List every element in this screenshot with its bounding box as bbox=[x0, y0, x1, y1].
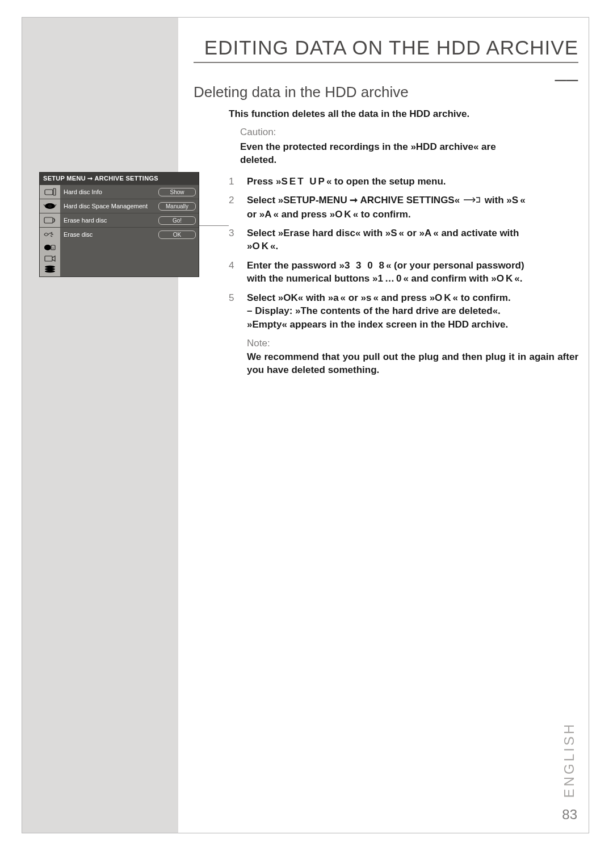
t: OK bbox=[335, 209, 353, 220]
t: « bbox=[520, 195, 525, 206]
step-number: 4 bbox=[229, 259, 234, 272]
note-text: We recommend that you pull out the plug … bbox=[247, 350, 578, 377]
t: or » bbox=[247, 209, 264, 220]
t: « (or your personal password) bbox=[386, 260, 524, 271]
t: «. bbox=[514, 273, 522, 284]
step-1: 1 Press »SET UP« to open the setup menu. bbox=[229, 175, 578, 188]
disc-stack-icon bbox=[43, 265, 57, 275]
t: « and confirm with » bbox=[403, 273, 496, 284]
t: «. bbox=[270, 241, 278, 251]
menu-filler: 1 bbox=[40, 241, 199, 276]
menu-row-value: Manually bbox=[158, 202, 196, 211]
screenshot-menu: SETUP MENU ➞ ARCHIVE SETTINGS Hard disc … bbox=[39, 172, 199, 277]
svg-rect-8 bbox=[45, 256, 52, 261]
t: OK bbox=[252, 241, 270, 251]
step-2: 2 Select »SETUP-MENU ➞ ARCHIVE SETTINGS«… bbox=[229, 194, 578, 221]
steps-list: 1 Press »SET UP« to open the setup menu.… bbox=[229, 175, 578, 331]
note-label: Note: bbox=[247, 337, 578, 350]
t: – Display: »The contents of the hard dri… bbox=[247, 305, 501, 316]
connector-line bbox=[199, 225, 229, 226]
t: Select »Erase hard disc« with » bbox=[247, 228, 391, 238]
svg-point-10 bbox=[45, 267, 55, 270]
t: « to confirm. bbox=[353, 209, 411, 220]
t: S bbox=[512, 195, 520, 206]
t: « or » bbox=[341, 292, 366, 303]
caution-line-2: deleted. bbox=[240, 154, 276, 165]
svg-point-2 bbox=[45, 203, 55, 209]
t: SET UP bbox=[282, 176, 326, 187]
intro-text: This function deletes all the data in th… bbox=[229, 107, 578, 120]
caution-text: Even the protected recordings in the »HD… bbox=[240, 140, 578, 167]
step-3: 3 Select »Erase hard disc« with »S« or »… bbox=[229, 227, 578, 253]
menu-row: Erase disc OK bbox=[40, 227, 199, 241]
step-5: 5 Select »OK« with »a« or »s« and press … bbox=[229, 291, 578, 331]
menu-row: Hard disc Space Management Manually bbox=[40, 199, 199, 213]
menu-row-label: Erase disc bbox=[60, 229, 158, 240]
menu-row-label: Hard disc Info bbox=[60, 187, 158, 197]
left-gray-column bbox=[22, 18, 178, 833]
t: Select »OK« with » bbox=[247, 292, 333, 303]
t: »Empty« appears in the index screen in t… bbox=[247, 319, 508, 330]
t: « and press » bbox=[373, 292, 435, 303]
right-hand-icon bbox=[463, 194, 482, 207]
svg-rect-0 bbox=[45, 190, 53, 195]
svg-text:1: 1 bbox=[52, 246, 54, 250]
step-number: 2 bbox=[229, 194, 234, 207]
camera-icon bbox=[43, 254, 57, 264]
page-number: 83 bbox=[562, 807, 577, 823]
menu-row-label: Erase hard disc bbox=[60, 215, 158, 225]
step-4: 4 Enter the password »3 3 0 8« (or your … bbox=[229, 259, 578, 286]
menu-row: Hard disc Info Show bbox=[40, 184, 199, 199]
t: « and activate with bbox=[433, 228, 519, 238]
t: 1…0 bbox=[377, 273, 403, 284]
erase-hd-icon bbox=[40, 213, 60, 227]
svg-rect-4 bbox=[44, 217, 53, 223]
caution-label: Caution: bbox=[240, 125, 578, 139]
space-icon bbox=[40, 199, 60, 213]
t: 3 3 0 8 bbox=[345, 260, 386, 271]
svg-point-5 bbox=[44, 245, 51, 250]
svg-point-9 bbox=[45, 265, 55, 267]
t: « or » bbox=[399, 228, 425, 238]
menu-header: SETUP MENU ➞ ARCHIVE SETTINGS bbox=[40, 173, 199, 184]
t: s bbox=[366, 292, 373, 303]
svg-point-11 bbox=[45, 270, 55, 272]
body-text: This function deletes all the data in th… bbox=[229, 107, 578, 376]
menu-row: Erase hard disc Go! bbox=[40, 213, 199, 227]
calendar-icon: 1 bbox=[43, 243, 57, 253]
t: OK bbox=[497, 273, 515, 284]
t: « and press » bbox=[273, 209, 335, 220]
t: S bbox=[391, 228, 398, 238]
section-subtitle: Deleting data in the HDD archive bbox=[194, 83, 409, 101]
t: « to confirm. bbox=[453, 292, 511, 303]
menu-row-value: OK bbox=[158, 230, 196, 239]
menu-row-value: Go! bbox=[158, 216, 196, 225]
erase-d-icon bbox=[40, 228, 60, 241]
t: « to open the setup menu. bbox=[326, 176, 446, 187]
hdd-info-icon bbox=[40, 185, 60, 199]
t: with the numerical buttons » bbox=[247, 273, 377, 284]
t: Press » bbox=[247, 176, 282, 187]
step-number: 5 bbox=[229, 291, 234, 304]
svg-rect-1 bbox=[53, 188, 56, 195]
language-indicator: ENGLISH bbox=[561, 722, 577, 798]
t: OK bbox=[435, 292, 453, 303]
page-title: EDITING DATA ON THE HDD ARCHIVE __ bbox=[184, 36, 578, 82]
t: A bbox=[264, 209, 273, 220]
caution-line-1: Even the protected recordings in the »HD… bbox=[240, 141, 496, 152]
menu-row-value: Show bbox=[158, 188, 196, 196]
step-number: 1 bbox=[229, 175, 234, 188]
menu-row-label: Hard disc Space Management bbox=[60, 201, 158, 211]
step-number: 3 bbox=[229, 227, 234, 240]
page: EDITING DATA ON THE HDD ARCHIVE __ Delet… bbox=[22, 17, 589, 833]
header-rule bbox=[194, 62, 578, 63]
t: A bbox=[425, 228, 433, 238]
t: with » bbox=[482, 195, 512, 206]
t: a bbox=[333, 292, 340, 303]
t: Enter the password » bbox=[247, 260, 345, 271]
t: Select »SETUP-MENU ➞ ARCHIVE SETTINGS« bbox=[247, 195, 460, 206]
